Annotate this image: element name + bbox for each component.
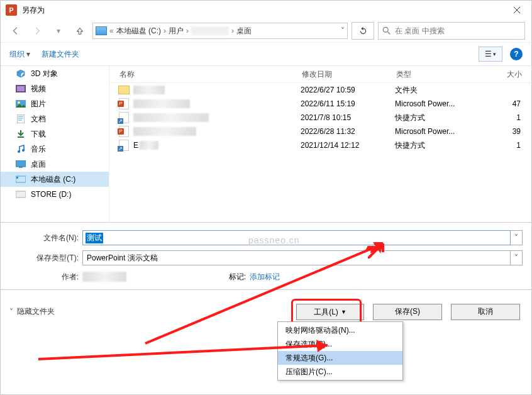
cube-icon (16, 69, 26, 78)
sidebar-item-desktop[interactable]: 桌面 (1, 157, 109, 172)
search-placeholder: 在 桌面 中搜索 (395, 26, 445, 36)
save-fields: passneo.cn 文件名(N): 测试 ˅ 保存类型(T): PowerPo… (1, 222, 531, 289)
col-type[interactable]: 类型 (396, 69, 484, 80)
file-row[interactable]: 2021/7/8 10:15 快捷方式 1 (109, 111, 531, 125)
filename-label: 文件名(N): (9, 233, 82, 243)
view-options-button[interactable]: ☰▾ (479, 47, 502, 62)
music-icon (16, 145, 26, 153)
sidebar-item-3dobjects[interactable]: 3D 对象 (1, 66, 109, 81)
column-headers: 名称 修改日期 类型 大小 (109, 66, 531, 83)
svg-point-0 (383, 27, 388, 32)
sidebar: 3D 对象 视频 图片 文档 下载 音乐 桌面 本地磁盘 (C:) STORE … (1, 66, 109, 222)
download-icon (16, 130, 26, 138)
sidebar-item-drive-d[interactable]: STORE (D:) (1, 187, 109, 202)
file-rows: 2022/6/27 10:59 文件夹 2022/6/11 15:19 Micr… (109, 83, 531, 222)
ppt-icon (119, 98, 129, 109)
file-list: 名称 修改日期 类型 大小 2022/6/27 10:59 文件夹 2022/6… (109, 66, 531, 222)
window-title: 另存为 (22, 5, 502, 16)
col-date[interactable]: 修改日期 (302, 69, 396, 80)
shortcut-icon (119, 140, 129, 151)
refresh-button[interactable] (352, 22, 374, 40)
svg-rect-12 (16, 177, 18, 179)
hide-folders-toggle[interactable]: ˅ 隐藏文件夹 (9, 306, 55, 317)
refresh-icon (359, 27, 367, 35)
newfolder-button[interactable]: 新建文件夹 (42, 49, 79, 60)
col-size[interactable]: 大小 (484, 69, 528, 80)
video-icon (16, 84, 26, 93)
chevron-down-icon: ˅ (9, 308, 13, 316)
file-row[interactable]: 2022/6/28 11:32 Microsoft Power... 39 (109, 125, 531, 138)
sidebar-item-pictures[interactable]: 图片 (1, 96, 109, 111)
save-button[interactable]: 保存(S) (373, 304, 442, 320)
tags-label: 标记: (214, 272, 250, 282)
svg-point-8 (22, 149, 25, 152)
search-icon (382, 26, 391, 35)
sidebar-item-drive-c[interactable]: 本地磁盘 (C:) (1, 172, 109, 187)
close-button[interactable] (502, 1, 531, 19)
sidebar-item-documents[interactable]: 文档 (1, 111, 109, 126)
tools-button[interactable]: 工具(L) ▼ (296, 304, 364, 320)
drive-icon (16, 175, 26, 184)
cancel-button[interactable]: 取消 (451, 304, 520, 320)
breadcrumb-redacted (191, 26, 229, 35)
desktop-icon (16, 160, 26, 169)
sidebar-item-downloads[interactable]: 下载 (1, 126, 109, 142)
col-name[interactable]: 名称 (109, 69, 302, 80)
svg-point-7 (18, 150, 20, 153)
svg-rect-6 (18, 136, 24, 138)
svg-rect-13 (16, 191, 26, 198)
recent-dropdown[interactable]: ▾ (50, 22, 67, 40)
svg-rect-5 (17, 114, 25, 123)
explorer-body: 3D 对象 视频 图片 文档 下载 音乐 桌面 本地磁盘 (C:) STORE … (1, 66, 531, 222)
svg-point-4 (18, 101, 20, 104)
svg-rect-10 (19, 167, 23, 168)
filename-input[interactable]: 测试 (82, 230, 511, 245)
address-bar[interactable]: « 本地磁盘 (C:) › 用户 › › 桌面 ˅ (92, 23, 348, 39)
powerpoint-icon: P (6, 4, 17, 16)
back-button[interactable] (7, 22, 25, 40)
drive-icon (96, 26, 107, 35)
svg-rect-9 (16, 160, 26, 167)
forward-button[interactable] (28, 22, 46, 40)
close-icon (514, 7, 520, 13)
tools-menu: 映射网络驱动器(N)... 保存选项(S)... 常规选项(G)... 压缩图片… (277, 321, 403, 381)
document-icon (16, 114, 26, 123)
saveas-dialog: P 另存为 ▾ « 本地磁盘 (C:) › 用户 › › 桌面 ˅ 在 桌面 中 (0, 0, 532, 395)
menu-save-options[interactable]: 保存选项(S)... (278, 337, 402, 351)
breadcrumb-overflow: « (108, 26, 115, 35)
breadcrumb-users[interactable]: 用户 (169, 26, 184, 36)
folder-icon (118, 86, 130, 94)
ppt-icon (119, 126, 129, 137)
chevron-down-icon: ▼ (341, 309, 346, 315)
toolbar: 组织 新建文件夹 ☰▾ ? (1, 43, 531, 66)
breadcrumb-desktop[interactable]: 桌面 (236, 26, 252, 36)
file-row[interactable]: E 2021/12/14 12:12 快捷方式 1 (109, 138, 531, 152)
shortcut-icon (119, 112, 129, 123)
sidebar-item-videos[interactable]: 视频 (1, 81, 109, 96)
filetype-dropdown[interactable]: ˅ (511, 250, 523, 265)
author-label: 作者: (9, 272, 82, 282)
filetype-combo[interactable]: PowerPoint 演示文稿 (82, 250, 511, 265)
sidebar-item-music[interactable]: 音乐 (1, 142, 109, 157)
up-button[interactable] (71, 22, 89, 40)
help-button[interactable]: ? (510, 48, 523, 60)
svg-rect-2 (17, 86, 25, 91)
file-row[interactable]: 2022/6/27 10:59 文件夹 (109, 83, 531, 97)
file-row[interactable]: 2022/6/11 15:19 Microsoft Power... 47 (109, 97, 531, 111)
tags-add-link[interactable]: 添加标记 (250, 272, 280, 282)
search-box[interactable]: 在 桌面 中搜索 (378, 22, 525, 40)
list-icon: ☰ (485, 50, 492, 58)
picture-icon (16, 99, 26, 108)
author-value-redacted (82, 272, 126, 282)
breadcrumb-drive[interactable]: 本地磁盘 (C:) (116, 26, 161, 36)
organize-menu[interactable]: 组织 (9, 49, 30, 60)
address-dropdown-icon[interactable]: ˅ (341, 26, 345, 35)
dialog-footer: ˅ 隐藏文件夹 工具(L) ▼ 映射网络驱动器(N)... 保存选项(S)...… (1, 289, 531, 348)
menu-compress-pictures[interactable]: 压缩图片(C)... (278, 365, 402, 379)
filetype-label: 保存类型(T): (9, 253, 82, 264)
drive-icon (16, 190, 26, 199)
filename-dropdown[interactable]: ˅ (511, 230, 523, 245)
titlebar: P 另存为 (1, 1, 531, 19)
menu-general-options[interactable]: 常规选项(G)... (278, 351, 402, 365)
menu-map-drive[interactable]: 映射网络驱动器(N)... (278, 323, 402, 337)
